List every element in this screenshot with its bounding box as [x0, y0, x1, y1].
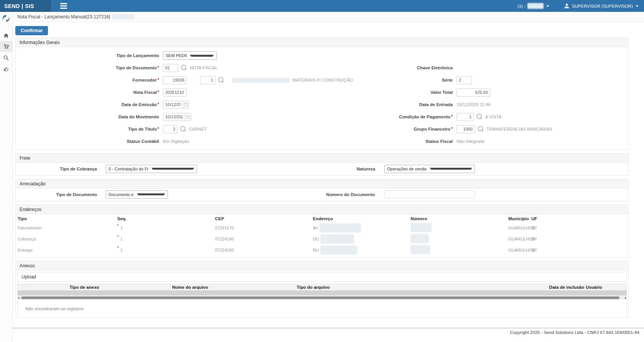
nota-fiscal-input[interactable]: [163, 88, 187, 97]
section-title-informacoes-gerais: Informações Gerais: [16, 38, 628, 47]
upload-section-toggle[interactable]: Upload: [17, 272, 627, 282]
grupo-financeiro-description: TRANSFERENCIAS BANCÁRIAS: [486, 127, 552, 131]
valor-total-input[interactable]: [457, 88, 490, 97]
anexos-empty-row: [17, 291, 627, 296]
condicao-pagamento-input[interactable]: [457, 113, 474, 121]
app-brand: SEND | SIS: [0, 0, 51, 12]
redacted-context-value: [527, 3, 544, 9]
numero-documento-input[interactable]: [384, 190, 475, 198]
section-title-arrecadacao: Arrecadação: [16, 179, 628, 188]
endereco-municipio: GUARULHOS: [508, 226, 531, 230]
grupo-financeiro-input[interactable]: [457, 125, 475, 133]
user-menu[interactable]: SUPERVISOR (SUPERVISOR): [564, 3, 639, 9]
data-movimento-input[interactable]: [163, 113, 185, 121]
chevron-down-icon[interactable]: [546, 5, 549, 7]
main-area: Nota Fiscal - Lançamento Manual|23.12721…: [13, 0, 644, 335]
tipo-titulo-description: CARNET: [189, 127, 207, 131]
redacted-numero: [411, 234, 429, 243]
scrollbar-track[interactable]: [20, 296, 624, 299]
scroll-left-arrow-icon[interactable]: [18, 296, 20, 299]
condicao-pagamento-description: A VISTA: [485, 115, 501, 119]
label-grupo-financeiro: Grupo Financeiro: [389, 127, 453, 131]
chevron-down-icon: [137, 193, 165, 195]
chevron-down-icon: [190, 55, 214, 57]
search-icon[interactable]: [218, 77, 224, 83]
table-row[interactable]: Entrega *1 07224160 RU GUARULHOS SP: [16, 244, 628, 255]
panel-anexos: Anexos Upload Tipo de anexo Nome do arqu…: [15, 261, 629, 318]
panel-enderecos: Endereços Tipo Seq. CEP Endereço Número …: [15, 205, 629, 258]
endereco-municipio: GUARULHOS: [508, 237, 531, 241]
natureza-select[interactable]: Operações de vendas, com ônus suportado …: [384, 165, 475, 173]
arrecadacao-tipo-documento-select[interactable]: Documento estadual de arrecadação: [106, 190, 168, 199]
menu-icon[interactable]: [60, 3, 67, 9]
fornecedor-code-input[interactable]: [163, 76, 187, 84]
status-contabil-value: Em Digitação: [163, 139, 189, 144]
tipo-cobranca-select[interactable]: 0 - Contratação do Frete por conta do Re…: [106, 165, 197, 173]
label-numero-documento: Número do Documento: [326, 192, 375, 197]
sidebar-item-approvals[interactable]: [0, 63, 13, 74]
label-chave-eletronica: Chave Eletrônica: [389, 65, 453, 70]
tipo-documento-description: NOTA FISCAL: [190, 65, 218, 70]
thumbs-up-icon: [3, 66, 9, 72]
data-emissao-input[interactable]: [163, 101, 183, 109]
status-fiscal-value: Não Integrada: [457, 139, 485, 144]
search-icon[interactable]: [478, 126, 484, 132]
chevron-down-icon: [636, 5, 639, 7]
label-nota-fiscal: Nota Fiscal: [16, 90, 159, 95]
copyright-text: Copyright 2025 - Send Solutions Ltda - C…: [510, 330, 639, 335]
tipo-lancamento-select[interactable]: SEM PEDIDO DE COMPRA: [163, 51, 217, 60]
panel-arrecadacao: Arrecadação Tipo de Documento Documento …: [15, 179, 629, 201]
endereco-cep: 07224160: [215, 248, 313, 252]
required-marker: *: [117, 246, 119, 250]
redacted-endereco: [320, 223, 361, 232]
sidebar-item-search[interactable]: [0, 52, 13, 63]
endereco-prefix: RU: [313, 248, 319, 252]
endereco-seq: 1: [120, 237, 123, 241]
sidebar-item-home[interactable]: [0, 30, 13, 41]
label-fornecedor: Fornecedor: [16, 78, 159, 82]
redacted-endereco: [320, 245, 357, 255]
table-row[interactable]: Cobrança *1 07224160 DU GUARULHOS SP: [16, 233, 628, 244]
serie-input[interactable]: [457, 76, 472, 84]
endereco-tipo: Entrega: [16, 248, 117, 252]
endereco-uf: SP: [531, 226, 628, 230]
scroll-right-arrow-icon[interactable]: [625, 296, 627, 299]
fornecedor-description: MATERIAIS P/ CONSTRUÇÃO: [292, 78, 353, 82]
anexos-table: Tipo de anexo Nome do arquivo Tipo do ar…: [17, 284, 627, 300]
search-icon[interactable]: [180, 126, 186, 132]
endereco-seq: 1: [120, 226, 123, 230]
confirm-button[interactable]: Confirmar: [15, 26, 48, 35]
page-title: Nota Fiscal - Lançamento Manual|23.12721…: [17, 14, 110, 20]
required-marker: *: [117, 224, 119, 228]
search-icon[interactable]: [476, 114, 483, 120]
sidebar-item-cart[interactable]: [0, 41, 13, 52]
panel-frete: Frete Tipo de Cobrança 0 - Contratação d…: [15, 153, 629, 176]
label-status-fiscal: Status Fiscal: [389, 139, 453, 144]
endereco-uf: SP: [531, 248, 628, 252]
chevron-down-icon: [430, 168, 472, 170]
label-tipo-titulo: Tipo de Título: [16, 127, 159, 131]
search-icon[interactable]: [181, 65, 187, 71]
enderecos-table-header: Tipo Seq. CEP Endereço Número Município …: [16, 214, 628, 222]
page-title-bar: Nota Fiscal - Lançamento Manual|23.12721…: [13, 12, 644, 22]
calendar-icon[interactable]: [185, 113, 191, 121]
calendar-icon[interactable]: [182, 101, 189, 109]
tipo-titulo-input[interactable]: [163, 125, 177, 133]
label-data-emissao: Data de Emissão: [16, 102, 159, 107]
label-tipo-documento: Tipo de Documento: [16, 65, 159, 70]
endereco-tipo: Cobrança: [16, 237, 117, 241]
label-tipo-cobranca: Tipo de Cobrança: [16, 167, 97, 171]
redacted-endereco: [320, 234, 354, 244]
tipo-documento-input[interactable]: [163, 64, 178, 72]
label-serie: Série: [389, 78, 453, 82]
empty-message: Não encontraram-se registros: [18, 306, 84, 311]
user-name: SUPERVISOR (SUPERVISOR): [572, 4, 633, 8]
scrollbar-thumb[interactable]: [21, 296, 619, 299]
label-natureza: Natureza: [356, 167, 375, 171]
panel-informacoes-gerais: Informações Gerais Tipo de Lançamento SE…: [15, 38, 629, 150]
label-valor-total: Valor Total: [389, 90, 453, 95]
content: Confirmar Informações Gerais Tipo de Lan…: [13, 22, 644, 318]
table-row[interactable]: Faturamento *1 07241270 AV GUARULHOS SP: [16, 222, 628, 233]
fornecedor-seq-input[interactable]: [200, 76, 215, 84]
topbar-right: (1) - SUPERVISOR (SUPERVISOR): [518, 3, 644, 9]
